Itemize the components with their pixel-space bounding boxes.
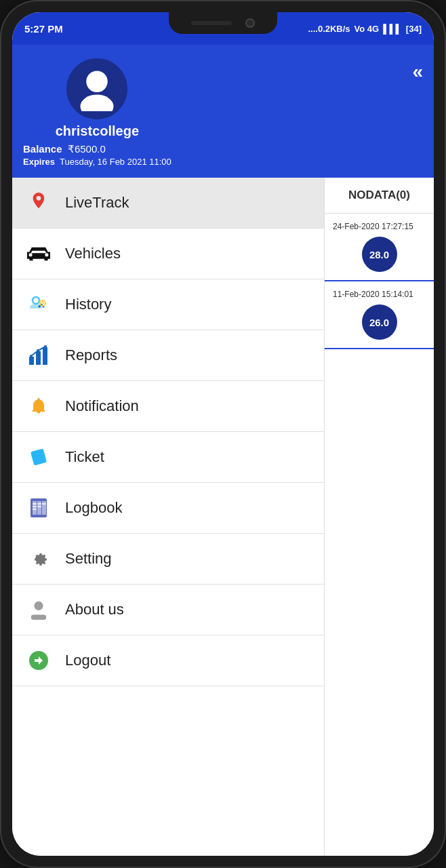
svg-point-2 [33,297,39,304]
livetrack-label: LiveTrack [65,194,129,212]
content-area: LiveTrack Vehicles [12,178,434,856]
logout-icon [26,648,52,673]
sidebar-item-vehicles[interactable]: Vehicles [12,229,324,279]
sidebar-item-history[interactable]: History [12,279,324,330]
svg-rect-13 [33,501,37,515]
sidebar-item-ticket[interactable]: Ticket [12,432,324,483]
vehicles-label: Vehicles [65,245,121,262]
balance-label: Balance [23,143,62,155]
user-info: christcollege Balance ₹6500.0 Expires Tu… [23,119,171,167]
notification-icon [26,393,52,419]
phone-screen: 5:27 PM ....0.2KB/s Vo 4G ▌▌▌ [34] [12,12,434,856]
aboutus-label: About us [65,601,124,618]
setting-icon [26,546,52,572]
expires-row: Expires Tuesday, 16 Feb 2021 11:00 [23,157,171,167]
expires-value: Tuesday, 16 Feb 2021 11:00 [60,157,171,167]
livetrack-icon [26,190,52,216]
svg-rect-8 [43,347,47,365]
username: christcollege [23,123,171,139]
setting-label: Setting [65,550,112,568]
avatar [66,58,127,119]
avatar-icon [73,64,121,114]
network-speed: ....0.2KB/s [308,24,350,34]
back-button[interactable]: « [412,61,423,83]
data-value-1: 26.0 [362,304,397,340]
status-icons: ....0.2KB/s Vo 4G ▌▌▌ [34] [308,24,422,34]
svg-rect-15 [42,501,46,515]
logbook-icon [26,495,52,521]
history-icon [26,292,52,317]
data-entry-0: 24-Feb-2020 17:27:15 28.0 [325,214,434,281]
ticket-icon [26,444,52,470]
expires-label: Expires [23,157,55,167]
right-panel: NODATA(0) 24-Feb-2020 17:27:15 28.0 11-F… [324,178,434,856]
svg-point-0 [87,71,108,93]
svg-rect-23 [31,615,47,620]
speaker [191,21,232,25]
sidebar-item-logout[interactable]: Logout [12,635,324,686]
svg-point-22 [34,601,43,610]
time-text: 5:27 PM [24,23,63,35]
sidebar-item-logbook[interactable]: Logbook [12,483,324,534]
sidebar-item-aboutus[interactable]: About us [12,585,324,635]
svg-point-1 [81,95,114,112]
sidebar-item-notification[interactable]: Notification [12,381,324,432]
phone-frame: 5:27 PM ....0.2KB/s Vo 4G ▌▌▌ [34] [0,0,446,868]
network-type: Vo 4G [354,24,380,34]
data-value-0: 28.0 [362,237,397,272]
panel-header: NODATA(0) [325,178,434,214]
sidebar-item-reports[interactable]: Reports [12,330,324,381]
battery-icon: [34] [406,24,422,34]
svg-point-11 [44,345,47,348]
ticket-label: Ticket [65,448,104,466]
notification-label: Notification [65,397,139,415]
data-date-0: 24-Feb-2020 17:27:15 [333,222,426,231]
svg-rect-7 [36,351,41,365]
profile-header: christcollege Balance ₹6500.0 Expires Tu… [12,45,434,178]
svg-rect-14 [37,501,41,515]
status-time: 5:27 PM [24,23,63,35]
data-entry-1: 11-Feb-2020 15:14:01 26.0 [325,281,434,349]
svg-point-9 [30,355,33,357]
reports-icon [26,342,52,368]
reports-label: Reports [65,347,117,364]
sidebar-item-setting[interactable]: Setting [12,534,324,585]
balance-value: ₹6500.0 [68,143,106,155]
camera [245,18,255,28]
logbook-label: Logbook [65,499,122,517]
vehicles-icon [26,241,52,267]
data-date-1: 11-Feb-2020 15:14:01 [333,290,426,299]
svg-rect-6 [29,357,34,365]
notch [169,12,277,34]
history-label: History [65,296,111,313]
aboutus-icon [26,597,52,623]
nodata-label: NODATA(0) [348,189,410,201]
balance-row: Balance ₹6500.0 [23,143,171,155]
sidebar-item-livetrack[interactable]: LiveTrack [12,178,324,229]
logout-label: Logout [65,652,110,669]
svg-point-10 [37,349,39,352]
avatar-wrap: christcollege Balance ₹6500.0 Expires Tu… [23,58,171,167]
signal-bars: ▌▌▌ [383,24,402,34]
sidebar: LiveTrack Vehicles [12,178,324,856]
